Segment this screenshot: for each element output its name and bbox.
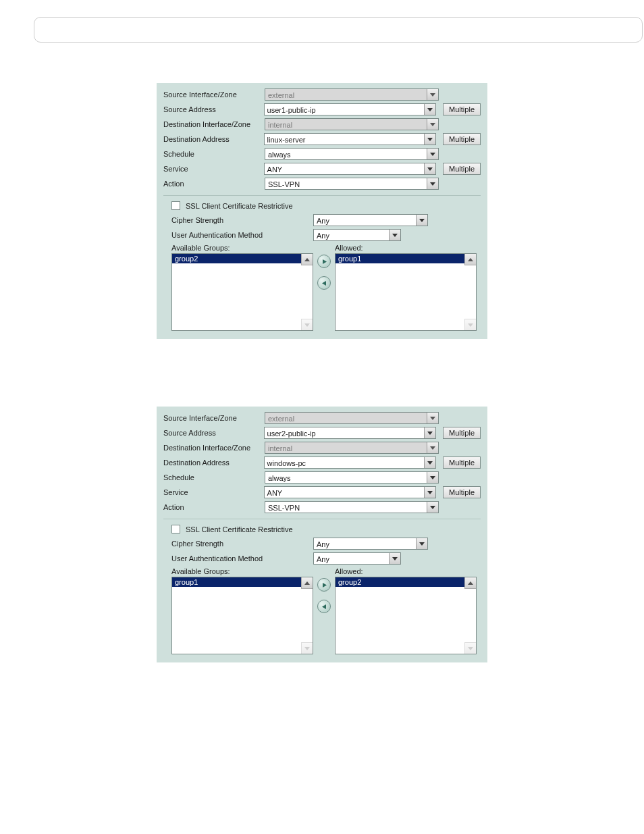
service-select[interactable]: ANY [264,163,437,175]
scroll-down-icon[interactable] [301,319,313,330]
svg-marker-23 [392,557,398,561]
schedule-value: always [268,151,291,159]
chevron-down-icon[interactable] [424,163,435,174]
chevron-down-icon[interactable] [424,427,435,438]
svg-marker-29 [468,647,473,650]
auth-method-select[interactable]: Any [313,552,401,565]
allowed-groups-list[interactable]: group1 [335,253,477,331]
chevron-down-icon[interactable] [389,230,400,240]
src-addr-label: Source Address [163,105,264,113]
scroll-up-icon[interactable] [301,254,313,265]
svg-marker-6 [430,182,435,186]
available-groups-list[interactable]: group2 [171,253,313,331]
svg-marker-22 [419,542,425,546]
dst-addr-multiple-button[interactable]: Multiple [443,457,481,469]
list-item[interactable]: group1 [336,254,476,263]
chevron-down-icon [427,89,438,100]
service-multiple-button[interactable]: Multiple [443,486,481,498]
dst-iface-select: internal [265,118,439,130]
scroll-up-icon[interactable] [301,577,313,589]
scroll-down-icon[interactable] [464,319,476,330]
scroll-up-icon[interactable] [464,254,476,265]
service-value: ANY [267,489,283,497]
scroll-down-icon[interactable] [301,642,313,654]
move-left-button[interactable] [317,276,331,290]
list-item[interactable]: group2 [336,577,476,587]
divider [163,195,481,196]
move-right-button[interactable] [317,255,331,268]
src-addr-select[interactable]: user2-public-ip [264,427,437,439]
dst-addr-multiple-button[interactable]: Multiple [443,133,481,145]
src-addr-multiple-button[interactable]: Multiple [443,427,481,439]
scroll-down-icon[interactable] [464,642,476,654]
move-right-button[interactable] [317,578,331,592]
src-iface-select: external [265,412,439,424]
src-iface-label: Source Interface/Zone [163,90,265,99]
cipher-value: Any [317,217,329,225]
svg-marker-9 [304,258,310,261]
svg-marker-2 [430,123,435,126]
cipher-select[interactable]: Any [313,538,428,550]
svg-marker-7 [419,219,425,222]
chevron-down-icon[interactable] [427,502,438,513]
scroll-up-icon[interactable] [464,577,476,589]
ssl-cert-checkbox[interactable] [171,525,180,533]
chevron-down-icon[interactable] [416,215,427,226]
action-label: Action [163,503,265,511]
auth-method-value: Any [317,555,329,563]
cipher-value: Any [317,540,329,548]
schedule-select[interactable]: always [265,148,439,160]
move-left-button[interactable] [317,600,331,613]
src-addr-multiple-button[interactable]: Multiple [443,103,481,115]
list-item[interactable]: group2 [172,254,313,263]
chevron-down-icon[interactable] [416,538,427,549]
src-addr-select[interactable]: user1-public-ip [264,103,437,115]
svg-marker-11 [323,259,327,264]
cipher-label: Cipher Strength [171,216,313,224]
action-select[interactable]: SSL-VPN [265,178,439,190]
src-iface-value: external [268,91,294,99]
available-groups-label: Available Groups: [171,567,313,575]
chevron-down-icon [427,119,438,130]
dst-addr-select[interactable]: linux-server [264,133,437,145]
available-groups-list[interactable]: group1 [171,577,313,654]
dst-iface-select: internal [265,442,439,454]
schedule-label: Schedule [163,150,265,158]
chevron-down-icon[interactable] [424,104,435,115]
auth-method-select[interactable]: Any [313,229,401,241]
dst-iface-value: internal [268,444,292,452]
auth-method-label: User Authentication Method [171,231,313,239]
chevron-down-icon[interactable] [424,134,435,145]
chevron-down-icon[interactable] [424,457,435,468]
svg-marker-0 [430,93,435,97]
svg-marker-27 [322,604,326,609]
divider [163,519,481,519]
ssl-cert-label: SSL Client Certificate Restrictive [186,525,293,533]
service-select[interactable]: ANY [264,486,437,498]
ssl-cert-checkbox[interactable] [171,201,180,210]
schedule-label: Schedule [163,473,265,481]
chevron-down-icon [427,442,438,453]
chevron-down-icon[interactable] [427,178,438,189]
src-addr-label: Source Address [163,429,264,437]
allowed-groups-list[interactable]: group2 [335,577,477,654]
service-multiple-button[interactable]: Multiple [443,163,481,175]
cipher-select[interactable]: Any [313,214,428,226]
service-value: ANY [267,165,283,174]
svg-marker-12 [322,281,326,286]
action-select[interactable]: SSL-VPN [265,501,439,513]
src-iface-value: external [268,415,294,423]
auth-method-label: User Authentication Method [171,554,313,563]
chevron-down-icon[interactable] [424,487,435,498]
chevron-down-icon[interactable] [427,472,438,483]
chevron-down-icon[interactable] [427,149,438,159]
svg-marker-28 [468,581,473,585]
dst-addr-select[interactable]: windows-pc [264,457,437,469]
svg-marker-10 [304,323,310,327]
chevron-down-icon[interactable] [389,553,400,564]
list-item[interactable]: group1 [172,577,313,587]
dst-iface-label: Destination Interface/Zone [163,120,265,128]
svg-marker-8 [392,234,398,237]
svg-marker-14 [468,323,473,327]
schedule-select[interactable]: always [265,471,439,484]
